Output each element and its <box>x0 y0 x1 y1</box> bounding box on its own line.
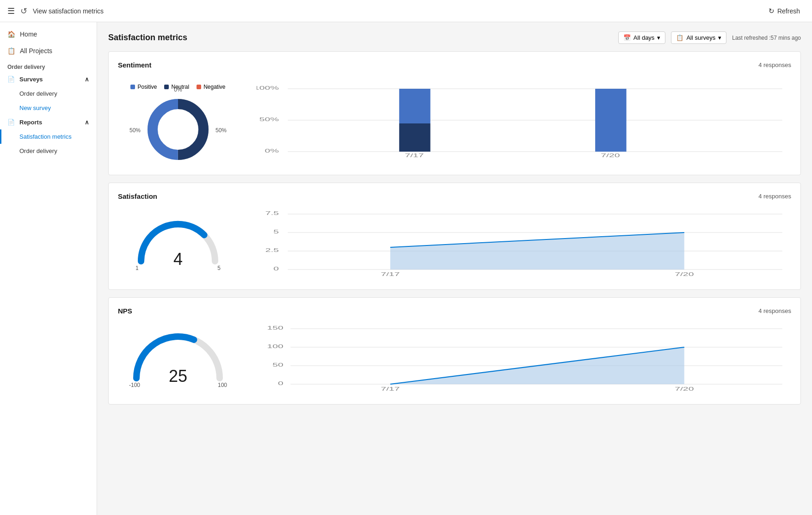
satisfaction-area-fill <box>390 233 684 270</box>
legend-negative: Negative <box>197 84 225 90</box>
nps-card-header: NPS 4 responses <box>118 307 791 315</box>
hamburger-icon[interactable]: ☰ <box>7 6 15 16</box>
satisfaction-card: Satisfaction 4 responses 4 <box>108 183 801 290</box>
sentiment-card: Sentiment 4 responses Positive Neu <box>108 51 801 175</box>
sentiment-responses: 4 responses <box>758 61 791 68</box>
donut-wrapper: 0% 50% 50% <box>143 95 213 166</box>
sidebar-sub-new-survey-label: New survey <box>19 104 51 111</box>
projects-icon: 📋 <box>7 47 15 55</box>
sentiment-title: Sentiment <box>118 61 152 69</box>
legend-positive-label: Positive <box>137 84 157 90</box>
calendar-icon: 📅 <box>623 34 631 41</box>
header-controls: 📅 All days ▾ 📋 All surveys ▾ Last refres… <box>618 31 801 44</box>
satisfaction-720-label: 7/20 <box>675 271 694 277</box>
nps-responses: 4 responses <box>758 307 791 314</box>
nps-gauge-svg: 25 <box>127 327 229 392</box>
donut-label-left: 50% <box>129 127 141 134</box>
satisfaction-card-body: 4 1 5 7.5 5 2.5 0 <box>118 209 791 280</box>
satisfaction-gauge-svg: 4 <box>132 215 224 275</box>
satisfaction-responses: 4 responses <box>758 193 791 200</box>
refresh-button[interactable]: ↻ Refresh <box>764 4 805 18</box>
chevron-down-surveys-icon: ▾ <box>718 34 721 41</box>
satisfaction-gauge-wrapper: 4 1 5 <box>132 215 224 275</box>
sidebar-item-home[interactable]: 🏠 Home <box>0 26 97 43</box>
top-bar-left: ☰ ↺ View satisfaction metrics <box>7 6 104 16</box>
nps-gauge-wrapper: 25 -100 100 <box>127 327 229 392</box>
satisfaction-gauge-max: 5 <box>217 265 221 271</box>
sidebar-sub-order-delivery[interactable]: Order delivery <box>0 86 97 101</box>
satisfaction-card-header: Satisfaction 4 responses <box>118 192 791 200</box>
satisfaction-gauge-min: 1 <box>135 265 139 271</box>
donut-label-top: 0% <box>174 86 182 93</box>
survey-icon: 📋 <box>676 34 683 41</box>
bar-717-neutral <box>399 123 430 152</box>
sidebar-surveys-header[interactable]: 📄 Surveys ∧ <box>0 72 97 86</box>
sentiment-card-body: Positive Neutral Negative <box>118 78 791 166</box>
nps-gauge-area: 25 -100 100 <box>118 327 238 392</box>
page-title: Satisfaction metrics <box>108 33 187 43</box>
svg-text:5: 5 <box>273 229 279 234</box>
legend-negative-label: Negative <box>203 84 225 90</box>
sentiment-card-header: Sentiment 4 responses <box>118 61 791 69</box>
sidebar-reports-header[interactable]: 📄 Reports ∧ <box>0 115 97 129</box>
donut-svg <box>143 95 213 164</box>
all-days-label: All days <box>634 34 655 41</box>
nps-gauge-max: 100 <box>218 382 227 388</box>
page-header: Satisfaction metrics 📅 All days ▾ 📋 All … <box>108 31 801 44</box>
nps-card-body: 25 -100 100 150 100 50 0 <box>118 324 791 395</box>
svg-text:0: 0 <box>278 380 283 386</box>
nps-gauge-min: -100 <box>129 382 140 388</box>
top-bar-title: View satisfaction metrics <box>33 7 104 15</box>
bar-720-label: 7/20 <box>601 153 620 158</box>
satisfaction-717-label: 7/17 <box>381 271 400 277</box>
svg-text:2.5: 2.5 <box>265 247 279 253</box>
svg-text:150: 150 <box>267 325 283 331</box>
bar-717-label: 7/17 <box>405 153 424 158</box>
refresh-icon: ↻ <box>769 7 775 15</box>
sidebar-section-label: Order delivery <box>0 59 97 72</box>
sidebar-reports-order-delivery-label: Order delivery <box>19 147 57 154</box>
svg-text:0: 0 <box>273 266 279 271</box>
sidebar-sub-new-survey[interactable]: New survey <box>0 101 97 115</box>
nps-area-chart: 150 100 50 0 <box>257 324 791 395</box>
sidebar-all-projects-label: All Projects <box>20 47 52 55</box>
sentiment-chart-left: Positive Neutral Negative <box>118 78 238 166</box>
main-content: Satisfaction metrics 📅 All days ▾ 📋 All … <box>97 22 812 515</box>
history-icon: ↺ <box>20 6 27 16</box>
sidebar-sub-satisfaction-metrics[interactable]: Satisfaction metrics <box>0 129 97 144</box>
sidebar-item-all-projects[interactable]: 📋 All Projects <box>0 43 97 59</box>
satisfaction-gauge-value: 4 <box>173 250 183 269</box>
legend-positive: Positive <box>130 84 157 90</box>
satisfaction-title: Satisfaction <box>118 192 157 200</box>
all-surveys-dropdown[interactable]: 📋 All surveys ▾ <box>671 31 726 44</box>
satisfaction-area-svg: 7.5 5 2.5 0 <box>257 209 791 279</box>
nps-title: NPS <box>118 307 132 315</box>
chevron-up-icon: ∧ <box>85 76 89 83</box>
sidebar-home-label: Home <box>20 31 37 38</box>
top-bar: ☰ ↺ View satisfaction metrics ↻ Refresh <box>0 0 812 22</box>
sentiment-bar-chart: 100% 50% 0% <box>257 84 791 159</box>
nps-area-svg: 150 100 50 0 <box>257 324 791 393</box>
legend-positive-dot <box>130 85 135 89</box>
svg-text:100%: 100% <box>257 85 279 91</box>
sidebar-sub-reports-order-delivery[interactable]: Order delivery <box>0 144 97 158</box>
sentiment-bar-svg: 100% 50% 0% <box>257 84 791 158</box>
main-layout: 🏠 Home 📋 All Projects Order delivery 📄 S… <box>0 22 812 515</box>
sidebar-satisfaction-metrics-label: Satisfaction metrics <box>19 133 72 140</box>
sidebar-sub-order-delivery-label: Order delivery <box>19 90 57 97</box>
donut-label-right: 50% <box>215 127 227 134</box>
chevron-down-icon: ▾ <box>657 34 660 41</box>
all-days-dropdown[interactable]: 📅 All days ▾ <box>618 31 666 44</box>
surveys-icon: 📄 <box>7 76 15 83</box>
all-surveys-label: All surveys <box>686 34 715 41</box>
legend-neutral-dot <box>164 85 169 89</box>
home-icon: 🏠 <box>7 31 15 38</box>
svg-point-3 <box>160 111 197 148</box>
reports-icon: 📄 <box>7 119 15 126</box>
svg-text:7.5: 7.5 <box>265 210 279 216</box>
satisfaction-gauge-area: 4 1 5 <box>118 215 238 275</box>
satisfaction-area-chart: 7.5 5 2.5 0 <box>257 209 791 280</box>
sidebar: 🏠 Home 📋 All Projects Order delivery 📄 S… <box>0 22 97 515</box>
bar-720-positive <box>595 89 626 152</box>
chevron-up-reports-icon: ∧ <box>85 119 89 126</box>
